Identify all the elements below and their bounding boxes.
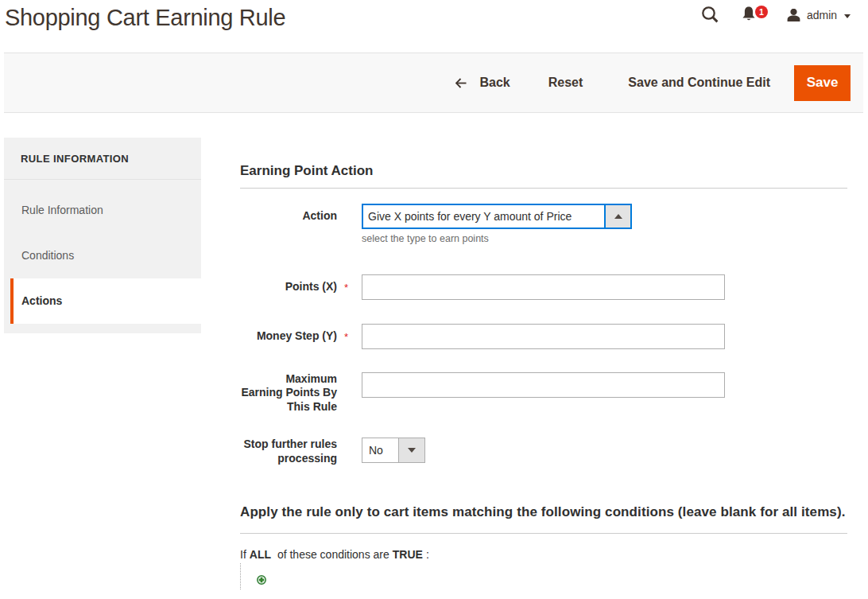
if-prefix: If — [240, 548, 246, 561]
add-icon — [257, 575, 266, 585]
max-earning-points-input[interactable] — [362, 372, 725, 398]
page-title: Shopping Cart Earning Rule — [5, 4, 285, 31]
save-button[interactable]: Save — [794, 65, 851, 101]
save-and-continue-button[interactable]: Save and Continue Edit — [628, 76, 770, 90]
required-asterisk: * — [344, 282, 348, 294]
search-icon[interactable] — [699, 4, 721, 25]
conditions-tree — [240, 563, 847, 589]
notifications-count-badge[interactable]: 1 — [755, 6, 768, 18]
main-content: Earning Point Action Action Give X point… — [240, 138, 847, 589]
field-stop-further-rules: Stop further rules processing No — [240, 438, 847, 465]
conditions-if-line: IfALL of these conditions areTRUE: — [240, 547, 847, 562]
max-earning-points-label: Maximum Earning Points By This Rule — [240, 372, 337, 414]
points-x-input[interactable] — [362, 274, 725, 300]
earning-point-action-form: Action Give X points for every Y amount … — [240, 204, 847, 465]
page-header: Shopping Cart Earning Rule 1 admin — [0, 0, 868, 53]
back-button[interactable]: Back — [455, 76, 510, 90]
arrow-down-icon — [408, 448, 416, 453]
action-label: Action — [240, 204, 337, 223]
stop-further-rules-select[interactable]: No — [362, 438, 425, 463]
aggregator-token[interactable]: ALL — [250, 548, 271, 561]
admin-user-menu[interactable]: admin — [786, 4, 851, 26]
rule-information-nav: RULE INFORMATION Rule Information Condit… — [4, 138, 201, 333]
back-label: Back — [479, 76, 510, 90]
money-step-y-input[interactable] — [362, 324, 725, 349]
nav-item-rule-information[interactable]: Rule Information — [10, 188, 201, 233]
value-token[interactable]: TRUE — [393, 548, 423, 561]
action-select-value: Give X points for every Y amount of Pric… — [363, 205, 604, 228]
field-action: Action Give X points for every Y amount … — [240, 204, 847, 244]
stop-further-rules-label: Stop further rules processing — [240, 438, 337, 465]
points-x-label: Points (X) — [240, 274, 337, 294]
reset-label: Reset — [548, 76, 583, 90]
nav-item-conditions[interactable]: Conditions — [10, 233, 201, 278]
stop-further-rules-value: No — [362, 438, 398, 462]
nav-items: Rule Information Conditions Actions — [4, 188, 201, 334]
field-money-step-y: Money Step (Y) * — [240, 324, 847, 349]
notifications-bell[interactable]: 1 — [740, 6, 770, 29]
conditions-title: Apply the rule only to cart items matchi… — [240, 504, 847, 534]
action-note: select the type to earn points — [362, 234, 632, 244]
nav-title: RULE INFORMATION — [4, 138, 201, 180]
action-select[interactable]: Give X points for every Y amount of Pric… — [362, 204, 632, 229]
chevron-down-icon — [844, 14, 851, 18]
username-label: admin — [807, 5, 837, 25]
save-label: Save — [807, 75, 839, 91]
if-suffix: : — [426, 548, 429, 561]
required-asterisk: * — [344, 331, 348, 343]
stop-select-arrow-button[interactable] — [398, 438, 424, 462]
reset-button[interactable]: Reset — [548, 76, 583, 90]
middle-text: of these conditions are — [277, 548, 389, 561]
add-condition-button[interactable] — [257, 574, 266, 583]
page-actions-bar: Back Reset Save and Continue Edit Save — [4, 53, 863, 113]
user-icon — [786, 9, 801, 21]
field-max-earning-points: Maximum Earning Points By This Rule — [240, 372, 847, 414]
action-select-arrow-button[interactable] — [604, 205, 630, 228]
field-points-x: Points (X) * — [240, 274, 847, 300]
back-arrow-icon — [455, 78, 467, 88]
section-title: Earning Point Action — [240, 164, 847, 189]
save-and-continue-label: Save and Continue Edit — [628, 76, 770, 90]
money-step-y-label: Money Step (Y) — [240, 324, 337, 343]
arrow-up-icon — [614, 214, 622, 219]
nav-item-actions[interactable]: Actions — [10, 278, 201, 324]
